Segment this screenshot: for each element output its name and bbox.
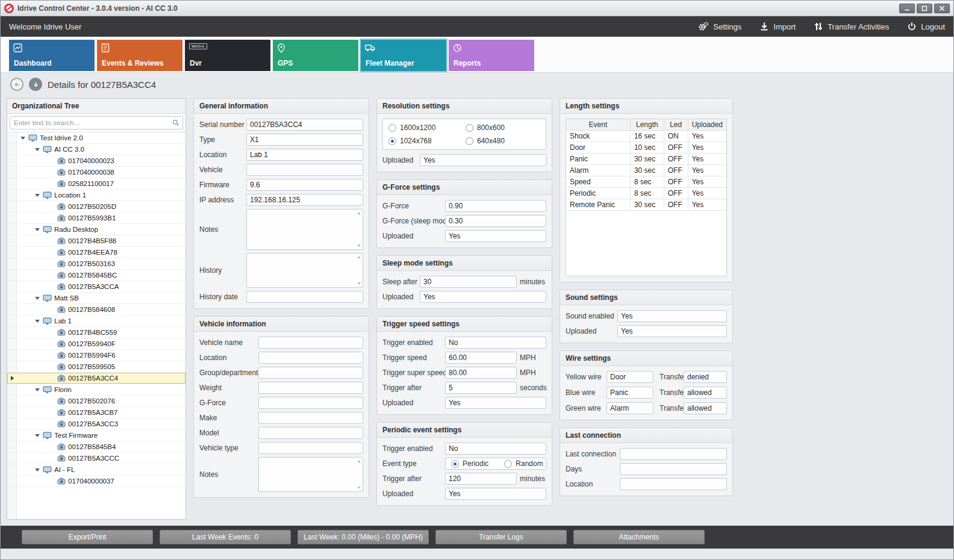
make-field[interactable] (258, 412, 363, 424)
tree-item[interactable]: 00127B50205D (7, 201, 186, 213)
vehicle-location-field[interactable] (258, 352, 363, 364)
tree-item[interactable]: 00127B584608 (7, 304, 186, 316)
tree-item[interactable]: 00127B4B5F88 (7, 235, 186, 247)
expander-icon[interactable] (19, 137, 26, 140)
expander-icon[interactable] (34, 148, 40, 151)
maximize-button[interactable] (917, 4, 932, 13)
vehicle-gforce-field[interactable] (258, 397, 363, 409)
tree-item[interactable]: Matt SB (7, 293, 186, 304)
column-header-uploaded[interactable]: Uploaded (688, 119, 726, 131)
tab-dashboard[interactable]: Dashboard (9, 40, 95, 71)
sleep-after-field[interactable]: 30 (420, 276, 517, 288)
last-location-field[interactable] (620, 478, 727, 490)
green-wire-transfer-field[interactable]: allowed (684, 402, 727, 414)
radio-option-random[interactable]: Random (504, 459, 543, 468)
expander-icon[interactable] (34, 228, 40, 231)
scroll-down-icon[interactable] (357, 282, 361, 285)
tree-item[interactable]: 00127B4EEA78 (7, 247, 186, 258)
length-table-row[interactable]: Alarm30 secOFFYes (566, 165, 726, 176)
length-table-row[interactable]: Panic30 secOFFYes (566, 154, 726, 165)
model-field[interactable] (258, 427, 363, 439)
trigger-enabled-field[interactable]: No (445, 337, 546, 349)
tab-fleet-manager[interactable]: Fleet Manager (361, 40, 446, 71)
yellow-wire-transfer-field[interactable]: denied (684, 371, 727, 383)
tree-item[interactable]: Test Firmware (7, 430, 186, 441)
history-field[interactable] (246, 253, 363, 288)
column-header-event[interactable]: Event (566, 119, 630, 131)
type-field[interactable]: X1 (246, 134, 363, 146)
tree-item[interactable]: AI CC 3.0 (7, 144, 186, 155)
notes-field[interactable] (246, 209, 363, 250)
yellow-wire-field[interactable]: Door (606, 371, 653, 383)
export-print-button[interactable]: Export/Print (22, 530, 153, 544)
transfer-logs-button[interactable]: Transfer Logs (435, 530, 567, 544)
vehicle-notes-field[interactable] (258, 457, 363, 492)
trigger-super-speed-field[interactable]: 80.00 (445, 367, 517, 379)
tree-item[interactable]: Test Idrive 2.0 (7, 132, 186, 144)
tab-events-reviews[interactable]: Events & Reviews (97, 40, 182, 71)
radio-option-800x600[interactable]: 800x600 (466, 123, 540, 132)
tree-item[interactable]: 00127B503163 (7, 258, 186, 270)
tree-item[interactable]: 00127B502076 (7, 396, 186, 407)
expander-icon[interactable] (34, 388, 40, 391)
expand-down-button[interactable] (29, 78, 42, 91)
tree-item[interactable]: 00127B5845B4 (7, 441, 186, 453)
tree-item[interactable]: 00127B5993B1 (7, 213, 186, 224)
periodic-trigger-after-field[interactable]: 120 (445, 473, 517, 485)
last-connection-field[interactable] (620, 448, 727, 460)
length-table-row[interactable]: Periodic8 secOFFYes (566, 188, 726, 199)
tree-item[interactable]: 025821100017 (7, 178, 186, 190)
expander-icon[interactable] (34, 434, 40, 437)
length-table-row[interactable]: Remote Panic30 secOFFYes (566, 199, 726, 211)
radio-option-1600x1200[interactable]: 1600x1200 (388, 123, 463, 132)
last-week-miles-button[interactable]: Last Week: 0.00 (Miles) - 0.00 (MPH) (298, 530, 429, 544)
vehicle-type-field[interactable] (258, 442, 363, 454)
tree-item[interactable]: 00127B599505 (7, 361, 186, 373)
tree-item[interactable]: 00127B4BC559 (7, 327, 186, 338)
scroll-down-icon[interactable] (357, 244, 361, 247)
radio-option-640x480[interactable]: 640x480 (466, 137, 540, 145)
tree-item[interactable]: 00127B5A3CC4 (7, 373, 186, 384)
days-field[interactable] (620, 463, 727, 475)
column-header-length[interactable]: Length (630, 119, 664, 131)
transfer-activities-button[interactable]: Transfer Activities (814, 22, 889, 31)
length-table-row[interactable]: Door10 secOFFYes (566, 142, 726, 154)
tree-item[interactable]: 00127B5A3CC3 (7, 418, 186, 430)
tree-item[interactable]: 017040000037 (7, 476, 186, 487)
settings-button[interactable]: Settings (698, 22, 741, 31)
expander-icon[interactable] (34, 320, 40, 323)
gforce-sleep-mode-field[interactable]: 0.30 (445, 215, 546, 227)
close-button[interactable] (934, 4, 950, 13)
expander-icon[interactable] (34, 194, 40, 197)
device-location-field[interactable]: Lab 1 (246, 149, 363, 161)
tree-item[interactable]: Lab 1 (7, 316, 186, 327)
import-button[interactable]: Import (759, 22, 796, 31)
gforce-field[interactable]: 0.90 (445, 200, 546, 212)
scroll-up-icon[interactable] (357, 460, 361, 462)
column-header-led[interactable]: Led (664, 119, 688, 131)
last-week-events-button[interactable]: Last Week Events: 0 (160, 530, 291, 544)
search-input[interactable] (10, 116, 183, 129)
radio-option-periodic[interactable]: Periodic (451, 459, 488, 468)
tree-item[interactable]: 017040000038 (7, 167, 186, 178)
scroll-down-icon[interactable] (357, 487, 361, 489)
blue-wire-field[interactable]: Panic (606, 387, 653, 399)
resolution-uploaded-field[interactable]: Yes (420, 154, 546, 166)
trigger-speed-field[interactable]: 60.00 (445, 352, 517, 364)
trigger-after-field[interactable]: 5 (445, 382, 517, 394)
tree-item[interactable]: 017040000023 (7, 155, 186, 167)
logout-button[interactable]: Logout (907, 22, 945, 31)
green-wire-field[interactable]: Alarm (606, 402, 653, 414)
tab-dvr[interactable]: MEDIA Dvr (185, 40, 270, 71)
vehicle-name-field[interactable] (258, 337, 363, 349)
sleep-uploaded-field[interactable]: Yes (420, 291, 546, 303)
firmware-field[interactable]: 9.6 (246, 179, 363, 191)
tab-reports[interactable]: Reports (449, 40, 534, 71)
length-table-row[interactable]: Speed8 secOFFYes (566, 176, 726, 188)
attachments-button[interactable]: Attachments (573, 530, 705, 544)
blue-wire-transfer-field[interactable]: allowed (684, 387, 727, 399)
tree-item[interactable]: 00127B5994F6 (7, 350, 186, 361)
tree-item[interactable]: 00127B5A3CB7 (7, 407, 186, 418)
ip-address-field[interactable]: 192.168.16.125 (246, 194, 363, 206)
sound-enabled-field[interactable]: Yes (617, 310, 727, 322)
